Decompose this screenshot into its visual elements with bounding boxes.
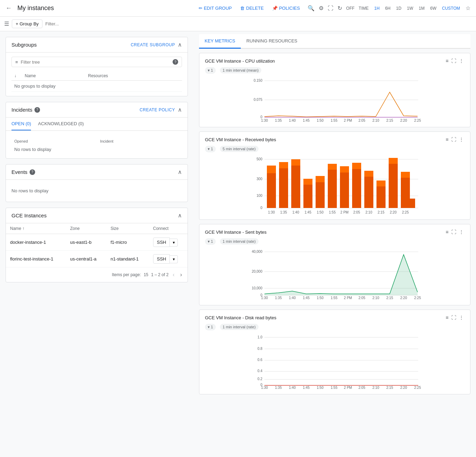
- instance-name: docker-instance-1: [6, 234, 66, 251]
- time-1h-button[interactable]: 1H: [372, 5, 382, 12]
- time-label: TIME: [357, 6, 370, 11]
- sent-more-button[interactable]: ⋮: [458, 228, 465, 235]
- disk-filter-badge[interactable]: ▾ 1: [205, 324, 216, 330]
- received-chart-svg: 500 300 100 0: [205, 155, 465, 214]
- svg-text:0.8: 0.8: [257, 347, 262, 351]
- received-filter-badge[interactable]: ▾ 1: [205, 146, 216, 152]
- running-resources-tab[interactable]: RUNNING RESOURCES: [241, 34, 303, 49]
- top-right-controls: 🔍 ⚙ ⛶ ↻ OFF TIME 1H 6H 1D 1W 1M 6W CUSTO…: [306, 3, 472, 13]
- svg-text:2:05: 2:05: [358, 119, 365, 122]
- key-metrics-tab[interactable]: KEY METRICS: [199, 34, 241, 49]
- svg-text:1:35: 1:35: [275, 296, 282, 300]
- refresh-button[interactable]: ↻: [336, 3, 343, 13]
- settings-button[interactable]: ⚙: [317, 3, 325, 13]
- instances-name-header[interactable]: Name ↑: [6, 223, 66, 234]
- sent-filter-badge[interactable]: ▾ 1: [205, 238, 216, 245]
- off-label: OFF: [345, 6, 356, 11]
- filter-input[interactable]: [45, 21, 472, 26]
- create-policy-link[interactable]: CREATE POLICY: [140, 107, 175, 112]
- sent-fullscreen-button[interactable]: ⛶: [451, 228, 457, 235]
- fullscreen-button[interactable]: ⛶: [326, 4, 335, 13]
- sent-chart-badges: ▾ 1 1 min interval (rate): [205, 238, 465, 245]
- ssh-button[interactable]: SSH: [153, 254, 170, 264]
- svg-text:1:40: 1:40: [289, 119, 296, 122]
- svg-text:2:25: 2:25: [414, 119, 421, 122]
- help-icon[interactable]: ?: [173, 59, 178, 65]
- disk-fullscreen-button[interactable]: ⛶: [451, 314, 457, 321]
- time-6h-button[interactable]: 6H: [382, 5, 393, 12]
- instances-zone-header[interactable]: Zone: [66, 223, 106, 234]
- cpu-list-button[interactable]: ≡: [445, 57, 449, 64]
- svg-text:1:40: 1:40: [292, 210, 299, 214]
- cpu-more-button[interactable]: ⋮: [458, 57, 465, 64]
- next-page-button[interactable]: ›: [179, 270, 183, 279]
- cpu-fullscreen-button[interactable]: ⛶: [451, 57, 457, 64]
- edit-group-label: EDIT GROUP: [204, 6, 232, 11]
- time-1d-button[interactable]: 1D: [393, 5, 404, 12]
- sent-list-button[interactable]: ≡: [445, 228, 449, 235]
- cpu-utilization-chart: GCE VM Instance - CPU utilization ≡ ⛶ ⋮ …: [199, 53, 470, 127]
- incidents-open-tab[interactable]: OPEN (0): [11, 118, 31, 130]
- events-collapse-button[interactable]: ∧: [178, 169, 182, 175]
- received-list-button[interactable]: ≡: [445, 136, 449, 143]
- disk-more-button[interactable]: ⋮: [458, 314, 465, 321]
- incidents-acknowledged-tab[interactable]: ACKNOWLEDGED (0): [38, 118, 84, 130]
- ssh-dropdown-button[interactable]: ▼: [170, 239, 178, 247]
- svg-text:10,000: 10,000: [252, 286, 262, 290]
- svg-text:1:45: 1:45: [303, 296, 310, 300]
- svg-rect-35: [352, 169, 361, 208]
- subgroups-collapse-button[interactable]: ∧: [178, 41, 182, 48]
- ssh-dropdown-button[interactable]: ▼: [170, 255, 178, 263]
- svg-rect-32: [328, 164, 337, 170]
- subgroups-actions: CREATE SUBGROUP ∧: [131, 41, 182, 48]
- search-button[interactable]: 🔍: [306, 3, 316, 13]
- svg-text:2 PM: 2 PM: [344, 296, 352, 300]
- svg-text:20,000: 20,000: [252, 270, 262, 273]
- instances-size-header[interactable]: Size: [106, 223, 149, 234]
- received-fullscreen-button[interactable]: ⛶: [451, 136, 457, 143]
- filter-tree: ≡ ?: [11, 57, 182, 67]
- ssh-button[interactable]: SSH: [153, 238, 170, 247]
- header-actions: ✏ EDIT GROUP 🗑 DELETE 📌 POLICIES: [195, 3, 303, 13]
- events-help-icon[interactable]: ?: [30, 169, 35, 175]
- svg-rect-45: [406, 199, 415, 208]
- svg-text:100: 100: [256, 194, 262, 198]
- opened-column: Opened: [11, 138, 97, 145]
- star-button[interactable]: ☆: [464, 3, 472, 13]
- gce-instances-collapse-button[interactable]: ∧: [178, 212, 182, 219]
- svg-text:1:45: 1:45: [303, 386, 310, 389]
- delete-button[interactable]: 🗑 DELETE: [237, 3, 267, 13]
- filter-tree-input[interactable]: [21, 59, 170, 65]
- group-by-button[interactable]: + Group By: [12, 19, 42, 28]
- svg-rect-31: [328, 170, 337, 208]
- svg-text:1:30: 1:30: [261, 386, 268, 389]
- svg-rect-36: [352, 163, 361, 169]
- events-no-data: No rows to display: [11, 184, 182, 198]
- incidents-section: Incidents ? CREATE POLICY ∧ OPEN (0) ACK…: [6, 102, 188, 159]
- svg-text:1:35: 1:35: [275, 386, 282, 389]
- cpu-filter-badge[interactable]: ▾ 1: [205, 67, 216, 74]
- time-6w-button[interactable]: 6W: [427, 5, 439, 12]
- time-1w-button[interactable]: 1W: [404, 5, 416, 12]
- back-button[interactable]: ←: [4, 3, 13, 13]
- disk-interval-badge: 1 min interval (rate): [220, 324, 259, 330]
- svg-rect-25: [291, 166, 300, 208]
- received-more-button[interactable]: ⋮: [458, 136, 465, 143]
- time-1m-button[interactable]: 1M: [416, 5, 428, 12]
- edit-icon: ✏: [199, 6, 203, 11]
- create-subgroup-link[interactable]: CREATE SUBGROUP: [131, 42, 175, 47]
- prev-page-button[interactable]: ‹: [171, 270, 176, 279]
- incidents-actions: CREATE POLICY ∧: [140, 106, 182, 113]
- time-custom-button[interactable]: CUSTOM: [439, 5, 463, 12]
- svg-text:2 PM: 2 PM: [340, 210, 348, 214]
- incidents-help-icon[interactable]: ?: [34, 107, 40, 113]
- cpu-y-mid: 0.075: [254, 98, 262, 102]
- incidents-collapse-button[interactable]: ∧: [178, 106, 182, 113]
- svg-text:2:15: 2:15: [386, 296, 393, 300]
- policies-button[interactable]: 📌 POLICIES: [269, 3, 303, 13]
- edit-group-button[interactable]: ✏ EDIT GROUP: [195, 3, 236, 13]
- sent-chart-header: GCE VM Instance - Sent bytes ≡ ⛶ ⋮: [205, 228, 465, 235]
- svg-text:1:55: 1:55: [331, 386, 338, 389]
- disk-list-button[interactable]: ≡: [445, 314, 449, 321]
- svg-rect-38: [364, 171, 373, 177]
